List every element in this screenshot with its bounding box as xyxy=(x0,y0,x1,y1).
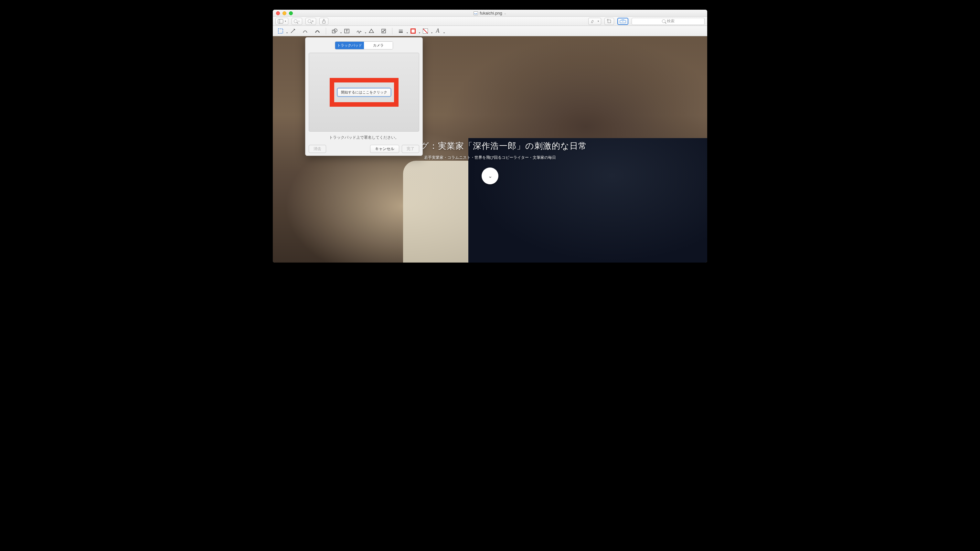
shapes-tool[interactable]: ▾ xyxy=(329,27,340,35)
draw-tool[interactable] xyxy=(312,27,323,35)
rotate-icon xyxy=(607,19,612,24)
share-button[interactable] xyxy=(319,18,328,25)
selection-rect-icon xyxy=(278,28,283,34)
separator xyxy=(326,28,326,34)
titlebar: fukaichi.png ⌄ xyxy=(273,10,707,17)
chevron-down-icon: ▾ xyxy=(598,20,599,22)
markup-toolbar-button[interactable] xyxy=(617,18,628,25)
preview-window: fukaichi.png ⌄ ▾ − + ▾ xyxy=(273,10,707,263)
highlighter-icon xyxy=(590,19,597,23)
wand-icon xyxy=(290,28,296,34)
scroll-down-button[interactable]: ⌄ xyxy=(482,167,498,184)
adjust-size-tool[interactable] xyxy=(379,27,389,35)
fill-color-tool[interactable]: ▾ xyxy=(420,27,431,35)
search-placeholder: 検索 xyxy=(667,18,675,24)
resize-icon xyxy=(381,28,387,34)
selection-tool[interactable]: ▾ xyxy=(275,27,286,35)
text-icon xyxy=(344,28,350,34)
svg-rect-0 xyxy=(278,19,283,23)
signature-source-tabs: トラックパッド カメラ xyxy=(335,41,393,49)
text-tool[interactable] xyxy=(342,27,352,35)
cancel-button[interactable]: キャンセル xyxy=(370,145,399,153)
signature-icon xyxy=(356,28,362,34)
border-color-tool[interactable]: ▾ xyxy=(408,27,418,35)
zoom-in-icon xyxy=(308,19,311,23)
signature-pad[interactable]: 開始するにはここをクリック xyxy=(309,53,419,132)
markup-toolbar: ▾ ▾ ▾ ▾ xyxy=(273,26,707,36)
zoom-out-button[interactable]: − xyxy=(291,18,302,25)
search-icon xyxy=(662,19,665,23)
image-file-icon xyxy=(474,11,478,15)
svg-rect-6 xyxy=(278,29,283,33)
border-color-swatch xyxy=(410,29,416,33)
chevron-down-icon: ⌄ xyxy=(488,173,492,179)
sketch-icon xyxy=(302,28,308,34)
tab-camera[interactable]: カメラ xyxy=(364,42,393,49)
window-title-text: fukaichi.png xyxy=(480,11,502,16)
svg-point-8 xyxy=(334,29,337,32)
line-style-tool[interactable]: ▾ xyxy=(396,27,406,35)
hero-subtitle: 若手実業家・コラムニスト・世界を飛び回るコピーライター・文筆家の毎日 xyxy=(393,155,587,160)
signature-hint: トラックパッド上で署名してください。 xyxy=(309,135,419,140)
zoom-out-icon xyxy=(294,19,298,23)
signature-popover: トラックパッド カメラ 開始するにはここをクリック トラックパッド上で署名してく… xyxy=(305,37,423,156)
draw-icon xyxy=(315,28,320,34)
highlight-button[interactable]: ▾ xyxy=(588,18,601,25)
text-style-tool[interactable]: A ▾ xyxy=(433,27,443,35)
svg-point-5 xyxy=(622,21,623,22)
sketch-tool[interactable] xyxy=(300,27,310,35)
shapes-icon xyxy=(332,28,337,34)
font-icon: A xyxy=(436,27,439,34)
fill-color-swatch xyxy=(423,29,428,33)
rotate-button[interactable] xyxy=(605,18,614,25)
title-dropdown-icon[interactable]: ⌄ xyxy=(504,12,506,15)
highlight-annotation: 開始するにはここをクリック xyxy=(330,78,399,107)
adjust-icon xyxy=(369,28,374,34)
svg-rect-3 xyxy=(608,20,611,22)
toolbox-icon xyxy=(620,19,626,23)
sign-tool[interactable]: ▾ xyxy=(354,27,364,35)
chevron-down-icon: ▾ xyxy=(285,20,286,22)
zoom-in-button[interactable]: + xyxy=(305,18,316,25)
start-signing-button[interactable]: 開始するにはここをクリック xyxy=(337,88,391,96)
search-field[interactable]: 検索 xyxy=(632,18,705,25)
main-toolbar: ▾ − + ▾ 検索 xyxy=(273,17,707,26)
done-button: 完了 xyxy=(402,145,419,153)
share-icon xyxy=(321,19,326,24)
chevron-down-icon: ▾ xyxy=(444,31,445,34)
tab-trackpad[interactable]: トラックパッド xyxy=(335,42,364,49)
instant-alpha-tool[interactable] xyxy=(288,27,298,35)
adjust-color-tool[interactable] xyxy=(366,27,377,35)
window-title: fukaichi.png ⌄ xyxy=(273,11,707,16)
line-weight-icon xyxy=(398,28,404,34)
canvas[interactable]: チブログ：実業家「深作浩一郎」の刺激的な日常 若手実業家・コラムニスト・世界を飛… xyxy=(273,36,707,263)
popover-buttons: 消去 キャンセル 完了 xyxy=(309,145,419,153)
sidebar-toggle-button[interactable]: ▾ xyxy=(275,18,288,25)
clear-button: 消去 xyxy=(309,145,326,153)
